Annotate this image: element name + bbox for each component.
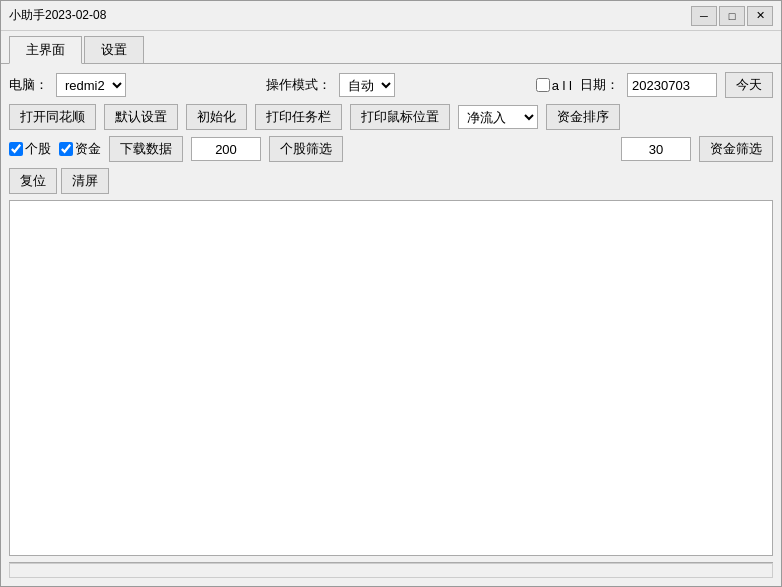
clear-button[interactable]: 清屏 bbox=[61, 168, 109, 194]
row-reset-clear: 复位 清屏 bbox=[9, 168, 773, 194]
mode-select[interactable]: 自动 手动 bbox=[339, 73, 395, 97]
fund-sort-button[interactable]: 资金排序 bbox=[546, 104, 620, 130]
stock-filter-button[interactable]: 个股筛选 bbox=[269, 136, 343, 162]
pc-select[interactable]: redmi2 bbox=[56, 73, 126, 97]
minimize-button[interactable]: ─ bbox=[691, 6, 717, 26]
all-checkbox-label[interactable]: a l l bbox=[536, 78, 572, 93]
default-settings-button[interactable]: 默认设置 bbox=[104, 104, 178, 130]
maximize-button[interactable]: □ bbox=[719, 6, 745, 26]
print-mouse-button[interactable]: 打印鼠标位置 bbox=[350, 104, 450, 130]
stock-checkbox[interactable] bbox=[9, 142, 23, 156]
fund-filter-button[interactable]: 资金筛选 bbox=[699, 136, 773, 162]
app-window: 小助手2023-02-08 ─ □ ✕ 主界面 设置 电脑： redmi2 操作… bbox=[0, 0, 782, 587]
tab-bar: 主界面 设置 bbox=[1, 31, 781, 64]
fund-checkbox-label[interactable]: 资金 bbox=[59, 140, 101, 158]
window-title: 小助手2023-02-08 bbox=[9, 7, 106, 24]
row-filter: 个股 资金 下载数据 个股筛选 资金筛选 bbox=[9, 136, 773, 162]
row-pc-mode: 电脑： redmi2 操作模式： 自动 手动 a l l 日期： 今天 bbox=[9, 72, 773, 98]
init-button[interactable]: 初始化 bbox=[186, 104, 247, 130]
reset-button[interactable]: 复位 bbox=[9, 168, 57, 194]
stock-checkbox-label[interactable]: 个股 bbox=[9, 140, 51, 158]
open-tonghuashun-button[interactable]: 打开同花顺 bbox=[9, 104, 96, 130]
download-button[interactable]: 下载数据 bbox=[109, 136, 183, 162]
stock-label: 个股 bbox=[25, 140, 51, 158]
mode-label: 操作模式： bbox=[266, 76, 331, 94]
title-bar: 小助手2023-02-08 ─ □ ✕ bbox=[1, 1, 781, 31]
stock-count-input[interactable] bbox=[191, 137, 261, 161]
main-content: 电脑： redmi2 操作模式： 自动 手动 a l l 日期： 今天 打开同花… bbox=[1, 64, 781, 586]
horizontal-scrollbar[interactable] bbox=[9, 562, 773, 578]
date-input[interactable] bbox=[627, 73, 717, 97]
title-controls: ─ □ ✕ bbox=[691, 6, 773, 26]
today-button[interactable]: 今天 bbox=[725, 72, 773, 98]
fund-checkbox[interactable] bbox=[59, 142, 73, 156]
tab-main[interactable]: 主界面 bbox=[9, 36, 82, 64]
pc-label: 电脑： bbox=[9, 76, 48, 94]
close-button[interactable]: ✕ bbox=[747, 6, 773, 26]
print-taskbar-button[interactable]: 打印任务栏 bbox=[255, 104, 342, 130]
tab-settings[interactable]: 设置 bbox=[84, 36, 144, 63]
scrollbar-track[interactable] bbox=[9, 563, 773, 578]
row-actions: 打开同花顺 默认设置 初始化 打印任务栏 打印鼠标位置 净流入 净流出 资金排序 bbox=[9, 104, 773, 130]
all-label: a l l bbox=[552, 78, 572, 93]
fund-label: 资金 bbox=[75, 140, 101, 158]
flow-select[interactable]: 净流入 净流出 bbox=[458, 105, 538, 129]
all-checkbox[interactable] bbox=[536, 78, 550, 92]
main-display-area[interactable] bbox=[9, 200, 773, 556]
fund-count-input[interactable] bbox=[621, 137, 691, 161]
date-label: 日期： bbox=[580, 76, 619, 94]
